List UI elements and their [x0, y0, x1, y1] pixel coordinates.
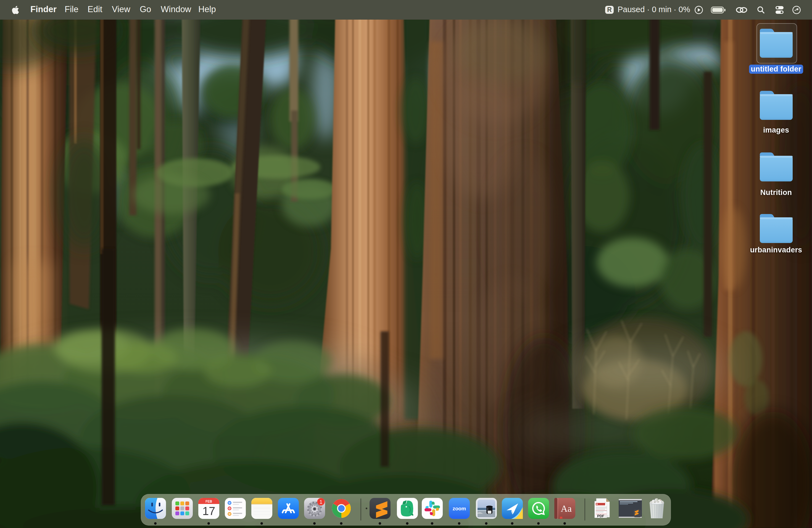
svg-text:zoom: zoom	[453, 505, 466, 511]
svg-text:Aa: Aa	[561, 503, 572, 514]
svg-text:17: 17	[202, 504, 215, 517]
svg-text:PDF: PDF	[597, 514, 604, 518]
svg-text:1: 1	[320, 499, 322, 505]
svg-text:FEB: FEB	[205, 500, 212, 503]
